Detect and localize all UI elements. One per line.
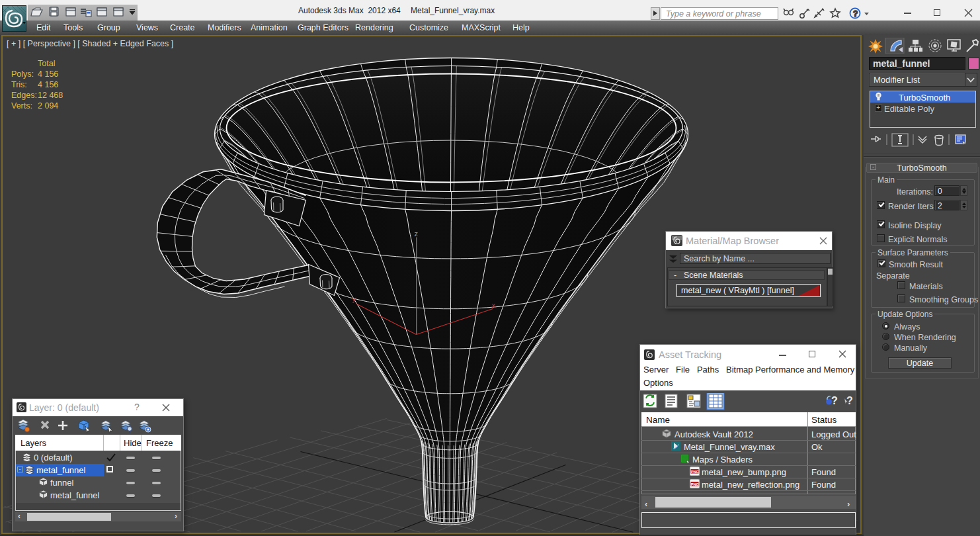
svg-text:PNG: PNG xyxy=(691,470,699,474)
svg-text:y: y xyxy=(352,294,356,302)
svg-text:?: ? xyxy=(853,9,858,19)
svg-text:PNG: PNG xyxy=(691,482,699,486)
svg-text:?: ? xyxy=(846,395,853,406)
svg-text:x: x xyxy=(491,300,495,308)
svg-text:?: ? xyxy=(831,395,838,406)
svg-text:z: z xyxy=(414,229,418,237)
